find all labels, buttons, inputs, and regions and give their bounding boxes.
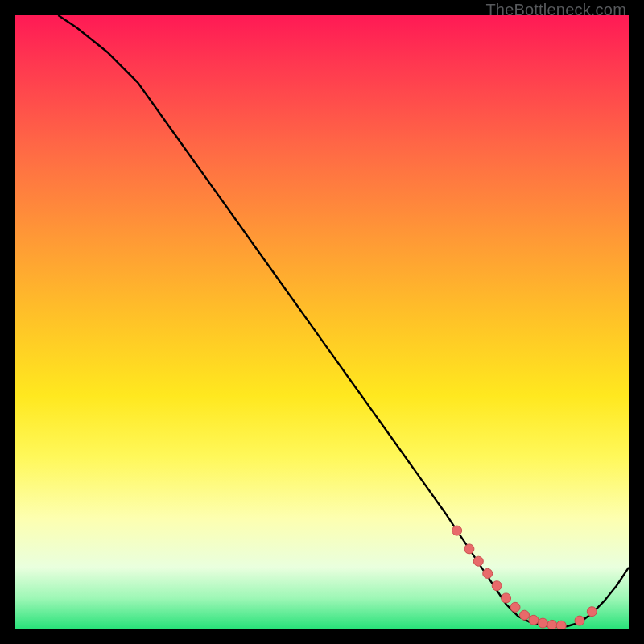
marker-point bbox=[483, 568, 493, 578]
marker-group bbox=[452, 526, 597, 629]
chart-frame bbox=[15, 15, 629, 629]
marker-point bbox=[547, 620, 557, 629]
watermark-text: TheBottleneck.com bbox=[485, 1, 626, 19]
marker-point bbox=[529, 615, 539, 625]
marker-point bbox=[510, 602, 520, 612]
marker-point bbox=[464, 544, 474, 554]
marker-point bbox=[538, 618, 547, 628]
marker-point bbox=[452, 526, 462, 535]
marker-point bbox=[502, 593, 511, 603]
marker-point bbox=[520, 610, 530, 620]
marker-point bbox=[575, 616, 584, 625]
bottleneck-curve bbox=[58, 15, 629, 627]
marker-point bbox=[492, 581, 502, 591]
marker-point bbox=[556, 621, 566, 629]
chart-overlay bbox=[15, 15, 629, 629]
marker-point bbox=[587, 607, 597, 617]
marker-point bbox=[473, 556, 483, 566]
